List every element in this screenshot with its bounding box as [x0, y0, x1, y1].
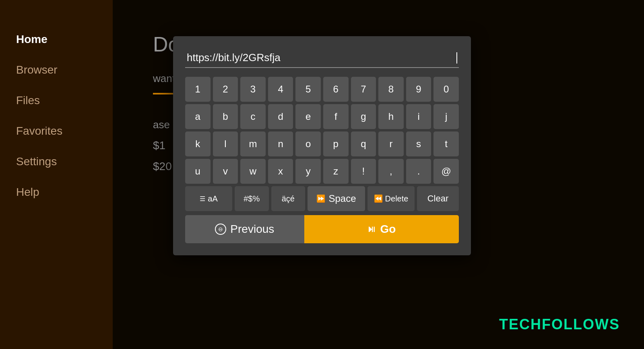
key-n[interactable]: n: [268, 131, 293, 156]
key-4[interactable]: 4: [268, 77, 293, 102]
key-l[interactable]: l: [213, 131, 238, 156]
key-accents[interactable]: äçé: [271, 186, 305, 211]
key-j[interactable]: j: [433, 104, 459, 129]
key-v[interactable]: v: [213, 159, 238, 184]
case-label: aA: [208, 194, 217, 203]
delete-icon: ⏪: [374, 194, 383, 203]
key-x[interactable]: x: [268, 159, 293, 184]
keyboard: 1 2 3 4 5 6 7 8 9 0 a b c d e f g h: [185, 77, 459, 211]
url-input-area[interactable]: https://bit.ly/2GRsfja: [185, 48, 459, 68]
key-g[interactable]: g: [351, 104, 376, 129]
key-row-special: ☰ aA #$% äçé ⏩ Space ⏪ Delete: [185, 186, 459, 211]
key-r[interactable]: r: [378, 131, 404, 156]
key-period[interactable]: .: [406, 159, 431, 184]
key-row-numbers: 1 2 3 4 5 6 7 8 9 0: [185, 77, 459, 102]
delete-label: Delete: [385, 194, 409, 203]
key-row-kt: k l m n o p q r s t: [185, 131, 459, 156]
key-symbols[interactable]: #$%: [235, 186, 269, 211]
key-9[interactable]: 9: [406, 77, 431, 102]
previous-label: Previous: [230, 223, 274, 236]
key-p[interactable]: p: [323, 131, 349, 156]
key-3[interactable]: 3: [240, 77, 266, 102]
key-s[interactable]: s: [406, 131, 431, 156]
key-k[interactable]: k: [185, 131, 211, 156]
previous-button[interactable]: ⊖ Previous: [185, 215, 304, 243]
key-0[interactable]: 0: [433, 77, 459, 102]
key-d[interactable]: d: [268, 104, 293, 129]
key-q[interactable]: q: [351, 131, 376, 156]
key-w[interactable]: w: [240, 159, 266, 184]
case-icon: ☰: [200, 195, 205, 203]
key-delete[interactable]: ⏪ Delete: [367, 186, 415, 211]
space-label: Space: [328, 193, 356, 204]
key-space[interactable]: ⏩ Space: [308, 186, 365, 211]
key-f[interactable]: f: [323, 104, 349, 129]
go-icon: ⏯: [367, 224, 376, 234]
key-t[interactable]: t: [433, 131, 459, 156]
keyboard-dialog: https://bit.ly/2GRsfja 1 2 3 4 5 6 7 8 9…: [173, 36, 471, 255]
play-pause-icon: ⏩: [316, 194, 325, 203]
key-6[interactable]: 6: [323, 77, 349, 102]
key-u[interactable]: u: [185, 159, 211, 184]
key-at[interactable]: @: [433, 159, 459, 184]
key-b[interactable]: b: [213, 104, 238, 129]
key-2[interactable]: 2: [213, 77, 238, 102]
key-y[interactable]: y: [295, 159, 321, 184]
key-1[interactable]: 1: [185, 77, 211, 102]
bottom-buttons: ⊖ Previous ⏯ Go: [185, 215, 459, 243]
key-c[interactable]: c: [240, 104, 266, 129]
key-m[interactable]: m: [240, 131, 266, 156]
text-cursor: [456, 52, 457, 64]
key-e[interactable]: e: [295, 104, 321, 129]
key-row-uz: u v w x y z ! , . @: [185, 159, 459, 184]
key-comma[interactable]: ,: [378, 159, 404, 184]
key-7[interactable]: 7: [351, 77, 376, 102]
key-a[interactable]: a: [185, 104, 211, 129]
key-z[interactable]: z: [323, 159, 349, 184]
watermark: TECHFOLLOWS: [499, 316, 620, 333]
key-clear[interactable]: Clear: [417, 186, 459, 211]
url-input-text: https://bit.ly/2GRsfja: [187, 51, 456, 64]
key-8[interactable]: 8: [378, 77, 404, 102]
key-i[interactable]: i: [406, 104, 431, 129]
key-row-aj: a b c d e f g h i j: [185, 104, 459, 129]
accents-label: äçé: [282, 194, 295, 203]
clear-label: Clear: [427, 193, 449, 204]
go-label: Go: [380, 223, 396, 236]
key-h[interactable]: h: [378, 104, 404, 129]
previous-icon: ⊖: [215, 224, 226, 235]
key-case-toggle[interactable]: ☰ aA: [185, 186, 232, 211]
symbols-label: #$%: [244, 194, 260, 203]
go-button[interactable]: ⏯ Go: [304, 215, 459, 243]
key-exclaim[interactable]: !: [351, 159, 376, 184]
key-o[interactable]: o: [295, 131, 321, 156]
key-5[interactable]: 5: [295, 77, 321, 102]
dialog-backdrop: https://bit.ly/2GRsfja 1 2 3 4 5 6 7 8 9…: [0, 0, 644, 349]
